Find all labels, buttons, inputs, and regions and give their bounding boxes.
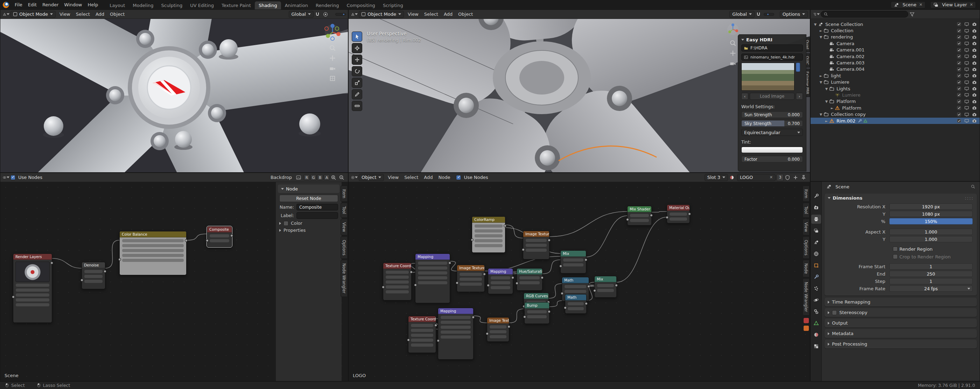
menu-view[interactable]: View — [405, 11, 422, 18]
properties-editor[interactable]: Scene Dimensions:::: Resolution X1920 px… — [810, 182, 980, 381]
node-input-socket[interactable] — [559, 265, 562, 268]
hdri-selected-marker[interactable] — [796, 63, 800, 72]
hdri-next-button[interactable]: › — [796, 93, 803, 100]
node-output-socket[interactable] — [230, 234, 233, 237]
proportional-editing-icon[interactable] — [323, 11, 330, 18]
sun-strength-slider[interactable]: Sun Strength0.000 — [741, 112, 803, 118]
node-input-socket[interactable] — [564, 306, 566, 309]
properties-tab-texture[interactable] — [811, 342, 821, 351]
node-mix-shader[interactable]: Mix Shader — [627, 206, 652, 225]
node-render-layers[interactable]: Render Layers — [13, 253, 52, 323]
field-end[interactable]: 250 — [889, 271, 973, 277]
editor-type-3d-icon[interactable] — [351, 11, 358, 18]
checkbox-render-region[interactable] — [893, 247, 898, 251]
hide-viewport-icon[interactable] — [964, 92, 969, 97]
factor-slider[interactable]: Factor0.000 — [741, 156, 803, 163]
editor-type-compositor-icon[interactable] — [2, 174, 10, 181]
navigation-gizmo[interactable] — [323, 23, 342, 41]
material-slot-dropdown[interactable]: Slot 3 — [705, 174, 728, 181]
tool-move[interactable] — [352, 55, 362, 65]
channel-a[interactable]: A — [324, 174, 330, 180]
node-input-socket[interactable] — [12, 295, 15, 298]
field-frame-start[interactable]: 1 — [889, 263, 973, 269]
node-input-socket[interactable] — [118, 258, 121, 261]
properties-tab-scene[interactable] — [811, 238, 821, 247]
disable-render-icon[interactable] — [972, 67, 977, 72]
node-hue-saturation[interactable]: Hue/Saturation — [517, 268, 542, 291]
node-output-socket[interactable] — [587, 285, 590, 288]
editor-type-shader-icon[interactable] — [351, 174, 358, 181]
outliner-row-camera-002[interactable]: Camera.002 — [811, 53, 980, 59]
fake-user-shield-icon[interactable] — [785, 174, 792, 181]
disclosure-triangle[interactable]: ▼ — [818, 80, 824, 84]
new-material-icon[interactable] — [793, 174, 800, 181]
backdrop-toggle[interactable]: Backdrop — [268, 174, 295, 181]
exclude-checkbox-icon[interactable] — [956, 22, 961, 27]
exclude-checkbox-icon[interactable] — [956, 99, 961, 104]
easy-hdri-title-row[interactable]: Easy HDRI — [741, 37, 803, 42]
camera-view-icon[interactable] — [729, 60, 737, 67]
field-[interactable]: 150% — [889, 218, 973, 225]
workspace-tab-scripting[interactable]: Scripting — [379, 2, 407, 10]
transform-orientation-dropdown[interactable]: Global — [729, 11, 754, 18]
menu-object[interactable]: Object — [107, 11, 127, 18]
hdri-prev-button[interactable]: ‹ — [741, 93, 748, 100]
tool-cursor[interactable] — [352, 43, 362, 53]
hdri-thumbnail[interactable] — [741, 63, 794, 91]
blender-logo-icon[interactable] — [3, 2, 9, 8]
menu-view[interactable]: View — [57, 11, 73, 18]
hdri-load-button[interactable]: Load Image — [750, 93, 794, 100]
side-tab-tool[interactable]: Tool — [803, 203, 810, 217]
node-section-header[interactable]: Node — [278, 185, 339, 193]
side-tab-node-wrangler[interactable]: Node Wrangler — [803, 278, 810, 316]
disable-render-icon[interactable] — [972, 41, 977, 46]
node-name-field[interactable]: Composite — [296, 204, 338, 210]
exclude-checkbox-icon[interactable] — [956, 54, 961, 59]
shading-material-icon[interactable] — [769, 14, 771, 15]
shading-material-icon[interactable] — [341, 14, 342, 15]
node-texture-coordinate[interactable]: Texture Coordinate — [383, 263, 412, 300]
menu-node[interactable]: Node — [435, 174, 453, 181]
view-layer-unlink-icon[interactable]: ✕ — [970, 2, 973, 7]
node-output-socket[interactable] — [585, 302, 588, 305]
outliner-row-platform[interactable]: ►Platform — [811, 105, 980, 111]
properties-tab-material[interactable] — [811, 330, 821, 339]
properties-tab-world[interactable] — [811, 249, 821, 258]
node-input-socket[interactable] — [593, 289, 596, 292]
field-aspect-x[interactable]: 1.000 — [889, 229, 973, 235]
hide-viewport-icon[interactable] — [964, 80, 969, 85]
exclude-checkbox-icon[interactable] — [956, 80, 961, 85]
outliner-search-input[interactable] — [821, 11, 908, 18]
side-tab-view[interactable]: View — [340, 219, 348, 235]
addon-tab-red-icon[interactable] — [803, 318, 809, 323]
hdri-file-field[interactable]: ninomaru_teien_4k.hdr — [741, 54, 803, 61]
viewport-right-canvas[interactable]: User Perspective (85) rendering | Rim.00… — [348, 19, 810, 172]
node-output-socket[interactable] — [449, 261, 451, 265]
outliner-row-camera-001[interactable]: Camera.001 — [811, 47, 980, 53]
node-output-socket[interactable] — [103, 270, 107, 273]
outliner-row-lumiere[interactable]: Lumiere — [811, 92, 980, 98]
disclosure-triangle[interactable]: ► — [824, 119, 829, 123]
node-image-texture[interactable]: Image Texture — [487, 317, 509, 342]
shader-type-dropdown[interactable]: Object — [359, 174, 384, 181]
hide-viewport-icon[interactable] — [964, 112, 969, 117]
material-name-field[interactable]: LOGO✕ — [737, 174, 776, 181]
side-tab-tool[interactable]: Tool — [340, 203, 348, 217]
unlink-material-icon[interactable]: ✕ — [770, 175, 773, 180]
disable-render-icon[interactable] — [972, 86, 977, 91]
use-nodes-checkbox[interactable] — [456, 175, 461, 180]
node-input-socket[interactable] — [561, 292, 563, 295]
zoom-out-icon[interactable] — [339, 174, 346, 181]
use-nodes-checkbox[interactable] — [11, 175, 15, 180]
node-output-socket[interactable] — [434, 324, 437, 327]
options-dropdown[interactable]: Options — [780, 11, 808, 18]
hide-viewport-icon[interactable] — [964, 35, 969, 40]
node-output-socket[interactable] — [508, 325, 510, 328]
outliner-row-lumiere[interactable]: ▼Lumiere — [811, 79, 980, 85]
exclude-checkbox-icon[interactable] — [956, 67, 961, 72]
disclosure-triangle[interactable]: ▼ — [818, 35, 824, 39]
panel-checkbox[interactable] — [832, 310, 837, 315]
filter-funnel-icon[interactable] — [909, 11, 916, 18]
shader-editor[interactable]: Texture CoordinateMappingImage TextureMa… — [348, 173, 810, 381]
tool-measure[interactable] — [352, 101, 362, 111]
